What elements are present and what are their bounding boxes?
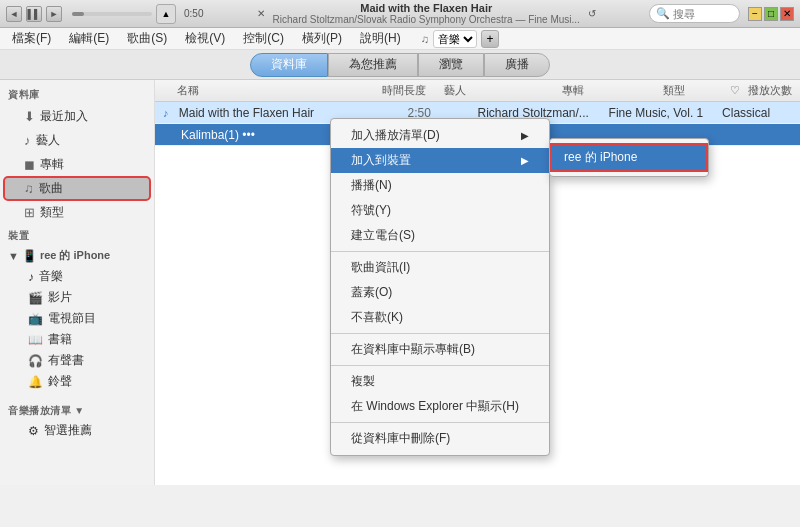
ctx-add-device[interactable]: 加入到裝置 ▶ — [331, 148, 549, 173]
sidebar-item-recent-label: 最近加入 — [40, 108, 88, 125]
ctx-create-station[interactable]: 建立電台(S) — [331, 223, 549, 248]
sidebar-item-albums-label: 專輯 — [40, 156, 64, 173]
device-tv-label: 電視節目 — [48, 310, 96, 327]
forward-button[interactable]: ► — [46, 6, 62, 22]
device-books[interactable]: 📖 書籍 — [0, 329, 154, 350]
sidebar-item-artists[interactable]: ♪ 藝人 — [4, 129, 150, 152]
airplay-button[interactable]: ▲ — [156, 4, 176, 24]
device-header: 裝置 — [0, 225, 154, 245]
device-movies[interactable]: 🎬 影片 — [0, 287, 154, 308]
ctx-divider1 — [331, 251, 549, 252]
device-tv[interactable]: 📺 電視節目 — [0, 308, 154, 329]
device-music-icon: ♪ — [28, 270, 34, 284]
menu-columns[interactable]: 橫列(P) — [294, 28, 350, 49]
shuffle-icon: ✕ — [257, 8, 265, 19]
repeat-icon: ↺ — [588, 8, 596, 19]
tab-radio[interactable]: 廣播 — [484, 53, 550, 77]
recent-icon: ⬇ — [24, 109, 35, 124]
time-elapsed: 0:50 — [184, 8, 203, 19]
search-icon: 🔍 — [656, 7, 670, 20]
media-type-dropdown[interactable]: 音樂 — [433, 30, 477, 48]
progress-bar[interactable] — [72, 12, 152, 16]
iphone-icon: 📱 — [22, 249, 37, 263]
search-box[interactable]: 🔍 — [649, 4, 740, 23]
search-input[interactable] — [673, 8, 733, 20]
maximize-button[interactable]: □ — [764, 7, 778, 21]
device-tv-icon: 📺 — [28, 312, 43, 326]
submenu-arrow2: ▶ — [521, 155, 529, 166]
device-books-label: 書籍 — [48, 331, 72, 348]
ctx-song-info[interactable]: 歌曲資訊(I) — [331, 255, 549, 280]
device-music-label: 音樂 — [39, 268, 63, 285]
iphone-expand-icon: ▼ — [8, 250, 19, 262]
artist-icon: ♪ — [24, 133, 31, 148]
window-controls-right: 🔍 − □ ✕ — [649, 4, 794, 23]
main-area: 資料庫 ⬇ 最近加入 ♪ 藝人 ◼ 專輯 ♫ 歌曲 ⊞ 類型 裝置 ▼ 📱 re… — [0, 80, 800, 485]
content-area: 名稱 時間長度 藝人 專輯 類型 ♡ 撥放次數 ♪ Maid with the … — [155, 80, 800, 485]
ctx-delete[interactable]: 從資料庫中刪除(F) — [331, 426, 549, 451]
smart-playlist-label: 智選推薦 — [44, 422, 92, 439]
device-ringtones[interactable]: 🔔 鈴聲 — [0, 371, 154, 392]
ctx-play[interactable]: 播播(N) — [331, 173, 549, 198]
window-controls-left: ◄ ▌▌ ► ▲ 0:50 — [6, 4, 203, 24]
track-info-center: ✕ Maid with the Flaxen Hair Richard Stol… — [203, 2, 649, 25]
genre-icon: ⊞ — [24, 205, 35, 220]
overlay: 加入播放清單(D) ▶ 加入到裝置 ▶ 播播(N) 符號(Y) 建立電台(S) — [155, 80, 800, 485]
ctx-copy[interactable]: 複製 — [331, 369, 549, 394]
ctx-divider2 — [331, 333, 549, 334]
tab-browse[interactable]: 瀏覽 — [418, 53, 484, 77]
sidebar-item-recent[interactable]: ⬇ 最近加入 — [4, 105, 150, 128]
device-audiobooks[interactable]: 🎧 有聲書 — [0, 350, 154, 371]
device-movies-icon: 🎬 — [28, 291, 43, 305]
sidebar-item-genres[interactable]: ⊞ 類型 — [4, 201, 150, 224]
iphone-label: ree 的 iPhone — [40, 248, 110, 263]
device-audiobooks-icon: 🎧 — [28, 354, 43, 368]
menu-help[interactable]: 說明(H) — [352, 28, 409, 49]
ctx-show-album[interactable]: 在資料庫中顯示專輯(B) — [331, 337, 549, 362]
device-music[interactable]: ♪ 音樂 — [0, 266, 154, 287]
add-button[interactable]: + — [481, 30, 499, 48]
songs-icon: ♫ — [24, 181, 34, 196]
sidebar-item-albums[interactable]: ◼ 專輯 — [4, 153, 150, 176]
tab-bar: 資料庫 為您推薦 瀏覽 廣播 — [0, 50, 800, 80]
menu-edit[interactable]: 編輯(E) — [61, 28, 117, 49]
minimize-button[interactable]: − — [748, 7, 762, 21]
ctx-add-playlist[interactable]: 加入播放清單(D) ▶ — [331, 123, 549, 148]
menu-view[interactable]: 檢視(V) — [177, 28, 233, 49]
back-button[interactable]: ◄ — [6, 6, 22, 22]
iphone-device[interactable]: ▼ 📱 ree 的 iPhone — [0, 245, 154, 266]
tab-library[interactable]: 資料庫 — [250, 53, 328, 77]
ctx-cover[interactable]: 蓋素(O) — [331, 280, 549, 305]
menu-file[interactable]: 檔案(F) — [4, 28, 59, 49]
sidebar: 資料庫 ⬇ 最近加入 ♪ 藝人 ◼ 專輯 ♫ 歌曲 ⊞ 類型 裝置 ▼ 📱 re… — [0, 80, 155, 485]
device-movies-label: 影片 — [48, 289, 72, 306]
sidebar-smart-playlist[interactable]: ⚙ 智選推薦 — [0, 420, 154, 441]
playlist-header[interactable]: 音樂播放清單 ▼ — [0, 400, 154, 420]
title-bar: ◄ ▌▌ ► ▲ 0:50 ✕ Maid with the Flaxen Hai… — [0, 0, 800, 28]
close-button[interactable]: ✕ — [780, 7, 794, 21]
music-icon: ♫ — [421, 33, 429, 45]
ctx-symbol[interactable]: 符號(Y) — [331, 198, 549, 223]
track-title: Maid with the Flaxen Hair — [273, 2, 580, 14]
menu-song[interactable]: 歌曲(S) — [119, 28, 175, 49]
ctx-dislike[interactable]: 不喜歡(K) — [331, 305, 549, 330]
device-audiobooks-label: 有聲書 — [48, 352, 84, 369]
pause-button[interactable]: ▌▌ — [26, 6, 42, 22]
menu-control[interactable]: 控制(C) — [235, 28, 292, 49]
album-icon: ◼ — [24, 157, 35, 172]
menu-bar: 檔案(F) 編輯(E) 歌曲(S) 檢視(V) 控制(C) 橫列(P) 說明(H… — [0, 28, 800, 50]
context-menu: 加入播放清單(D) ▶ 加入到裝置 ▶ 播播(N) 符號(Y) 建立電台(S) — [330, 118, 550, 456]
device-ringtones-icon: 🔔 — [28, 375, 43, 389]
sidebar-item-genres-label: 類型 — [40, 204, 64, 221]
ctx-show-explorer[interactable]: 在 Windows Explorer 中顯示(H) — [331, 394, 549, 419]
ctx-divider4 — [331, 422, 549, 423]
sidebar-item-songs[interactable]: ♫ 歌曲 — [4, 177, 150, 200]
sidebar-item-songs-label: 歌曲 — [39, 180, 63, 197]
tab-recommended[interactable]: 為您推薦 — [328, 53, 418, 77]
library-header: 資料庫 — [0, 84, 154, 104]
device-ringtones-label: 鈴聲 — [48, 373, 72, 390]
smart-playlist-icon: ⚙ — [28, 424, 39, 438]
submenu-arrow: ▶ — [521, 130, 529, 141]
submenu-iphone-item[interactable]: ree 的 iPhone — [550, 143, 708, 172]
track-artist: Richard Stoltzman/Slovak Radio Symphony … — [273, 14, 580, 25]
